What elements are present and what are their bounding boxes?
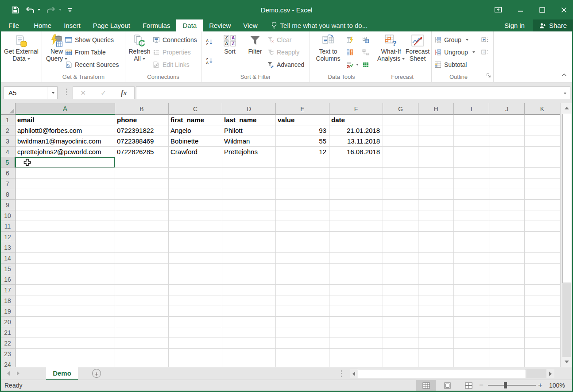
row-header-21[interactable]: 21 bbox=[0, 327, 15, 338]
cell-E15[interactable] bbox=[276, 264, 329, 274]
page-break-preview-button[interactable] bbox=[459, 380, 478, 391]
collapse-ribbon-button[interactable] bbox=[561, 70, 567, 78]
tab-insert[interactable]: Insert bbox=[58, 19, 87, 31]
page-layout-view-button[interactable] bbox=[437, 380, 457, 391]
cell-J15[interactable] bbox=[489, 264, 525, 274]
cell-J13[interactable] bbox=[489, 242, 525, 253]
cell-E10[interactable] bbox=[276, 210, 329, 221]
cell-B9[interactable] bbox=[115, 200, 169, 210]
row-header-1[interactable]: 1 bbox=[0, 115, 15, 125]
cell-A1[interactable]: email bbox=[15, 115, 115, 125]
cell-E24[interactable] bbox=[276, 359, 329, 367]
cell-A16[interactable] bbox=[15, 274, 115, 285]
cell-B18[interactable] bbox=[115, 295, 169, 306]
get-external-data-button[interactable]: Get External Data bbox=[2, 34, 41, 62]
vertical-scrollbar[interactable] bbox=[560, 103, 573, 367]
text-to-columns-button[interactable]: Text to Columns bbox=[314, 34, 343, 62]
cell-H2[interactable] bbox=[418, 125, 454, 136]
cell-G20[interactable] bbox=[383, 317, 418, 327]
cell-J10[interactable] bbox=[489, 210, 525, 221]
cell-J17[interactable] bbox=[489, 285, 525, 295]
cell-E22[interactable] bbox=[276, 338, 329, 349]
cell-D16[interactable] bbox=[222, 274, 276, 285]
cell-A11[interactable] bbox=[15, 221, 115, 232]
cell-G13[interactable] bbox=[383, 242, 418, 253]
cell-D11[interactable] bbox=[222, 221, 276, 232]
cell-E1[interactable]: value bbox=[276, 115, 329, 125]
cell-E2[interactable]: 93 bbox=[276, 125, 329, 136]
column-header-I[interactable]: I bbox=[454, 103, 489, 115]
cell-A6[interactable] bbox=[15, 168, 115, 179]
cell-A17[interactable] bbox=[15, 285, 115, 295]
tab-view[interactable]: View bbox=[237, 19, 263, 31]
cell-A13[interactable] bbox=[15, 242, 115, 253]
cell-H15[interactable] bbox=[418, 264, 454, 274]
cell-G6[interactable] bbox=[383, 168, 418, 179]
cell-J20[interactable] bbox=[489, 317, 525, 327]
row-header-11[interactable]: 11 bbox=[0, 221, 15, 232]
cell-E18[interactable] bbox=[276, 295, 329, 306]
cell-B19[interactable] bbox=[115, 306, 169, 317]
cell-D2[interactable]: Philott bbox=[222, 125, 276, 136]
group-button[interactable]: Group bbox=[434, 34, 475, 46]
row-header-19[interactable]: 19 bbox=[0, 306, 15, 317]
cell-F22[interactable] bbox=[329, 338, 383, 349]
cell-B5[interactable] bbox=[115, 157, 169, 168]
recent-sources-button[interactable]: Recent Sources bbox=[65, 58, 119, 71]
cell-A15[interactable] bbox=[15, 264, 115, 274]
cell-K2[interactable] bbox=[525, 125, 560, 136]
cell-C13[interactable] bbox=[169, 242, 222, 253]
ungroup-button[interactable]: Ungroup bbox=[434, 46, 475, 58]
cell-B8[interactable] bbox=[115, 189, 169, 200]
cell-G24[interactable] bbox=[383, 359, 418, 367]
cell-C6[interactable] bbox=[169, 168, 222, 179]
cell-G9[interactable] bbox=[383, 200, 418, 210]
cell-J16[interactable] bbox=[489, 274, 525, 285]
cell-B22[interactable] bbox=[115, 338, 169, 349]
cell-C18[interactable] bbox=[169, 295, 222, 306]
sort-ascending-button[interactable]: AZ bbox=[206, 36, 213, 48]
cell-G11[interactable] bbox=[383, 221, 418, 232]
cell-I10[interactable] bbox=[454, 210, 489, 221]
cell-K22[interactable] bbox=[525, 338, 560, 349]
tab-scrollbar-splitter[interactable] bbox=[341, 370, 342, 377]
share-button[interactable]: Share bbox=[533, 19, 573, 31]
cell-A14[interactable] bbox=[15, 253, 115, 264]
expand-formula-bar-button[interactable] bbox=[562, 89, 566, 97]
cell-D1[interactable]: last_name bbox=[222, 115, 276, 125]
cell-C19[interactable] bbox=[169, 306, 222, 317]
cell-C12[interactable] bbox=[169, 232, 222, 242]
cell-I6[interactable] bbox=[454, 168, 489, 179]
tell-me-box[interactable]: Tell me what you want to do... bbox=[271, 19, 368, 31]
cell-F19[interactable] bbox=[329, 306, 383, 317]
cell-H1[interactable] bbox=[418, 115, 454, 125]
sort-button[interactable]: ZAAZ Sort bbox=[218, 34, 241, 55]
cell-K16[interactable] bbox=[525, 274, 560, 285]
flash-fill-button[interactable] bbox=[346, 34, 359, 46]
cell-G16[interactable] bbox=[383, 274, 418, 285]
cell-J7[interactable] bbox=[489, 179, 525, 189]
cell-J23[interactable] bbox=[489, 349, 525, 359]
cell-C10[interactable] bbox=[169, 210, 222, 221]
cell-C4[interactable]: Crawford bbox=[169, 147, 222, 157]
sign-in-button[interactable]: Sign in bbox=[496, 19, 533, 31]
cell-K11[interactable] bbox=[525, 221, 560, 232]
row-header-5[interactable]: 5 bbox=[0, 157, 15, 168]
row-header-20[interactable]: 20 bbox=[0, 317, 15, 327]
cell-E23[interactable] bbox=[276, 349, 329, 359]
cell-J4[interactable] bbox=[489, 147, 525, 157]
cell-H10[interactable] bbox=[418, 210, 454, 221]
cell-A5[interactable] bbox=[15, 157, 115, 168]
cell-G15[interactable] bbox=[383, 264, 418, 274]
column-header-A[interactable]: A bbox=[15, 103, 115, 115]
cell-B2[interactable]: 0722391822 bbox=[115, 125, 169, 136]
cell-F6[interactable] bbox=[329, 168, 383, 179]
cell-E12[interactable] bbox=[276, 232, 329, 242]
cell-D22[interactable] bbox=[222, 338, 276, 349]
cell-H5[interactable] bbox=[418, 157, 454, 168]
cell-D10[interactable] bbox=[222, 210, 276, 221]
cell-B24[interactable] bbox=[115, 359, 169, 367]
cell-K1[interactable] bbox=[525, 115, 560, 125]
cell-F9[interactable] bbox=[329, 200, 383, 210]
close-button[interactable] bbox=[561, 7, 567, 13]
